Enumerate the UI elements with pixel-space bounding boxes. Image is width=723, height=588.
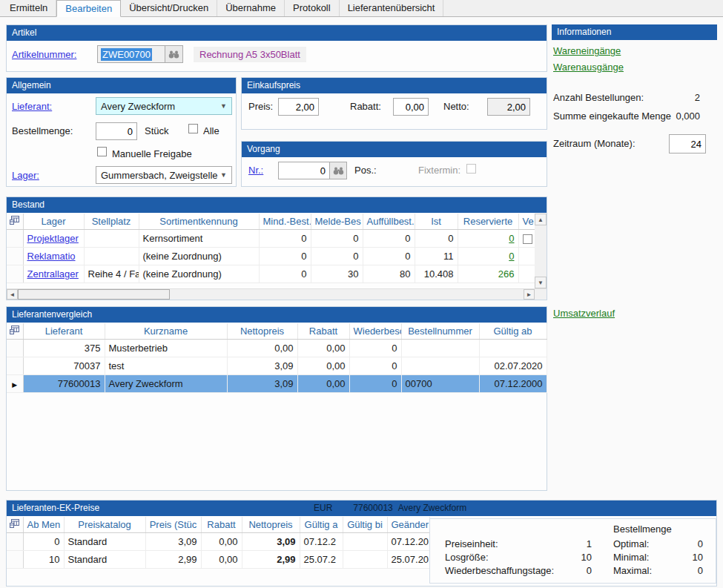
bestand-col-auffuellbest[interactable]: Auffüllbest. [363, 214, 415, 230]
ek-details-panel: Bestellmenge Preiseinheit: 1 Losgröße: 1… [429, 518, 716, 584]
lv-col-kurzname[interactable]: Kurzname [105, 323, 227, 340]
alle-checkbox[interactable] [188, 124, 198, 133]
vorgang-nr-input[interactable] [278, 162, 330, 179]
wiederbesch-cell: 0 [349, 357, 401, 375]
bestand-row[interactable]: Zentrallager Reihe 4 / Fa (keine Zuordnu… [7, 265, 535, 283]
ek-col-preis[interactable]: Preis (Stüc [145, 517, 201, 533]
lieferantenvergleich-section-title: Lieferantenvergleich [7, 307, 547, 323]
scroll-up-icon[interactable]: ▲ [535, 214, 547, 225]
scroll-right-icon[interactable]: ► [524, 289, 535, 300]
zeitraum-input[interactable] [669, 134, 706, 153]
ek-col-nettopreis[interactable]: Nettopreis [242, 517, 300, 533]
auffuell-cell: 80 [363, 265, 415, 283]
wareneingaenge-link[interactable]: Wareneingänge [553, 45, 621, 56]
fixtermin-checkbox [466, 164, 476, 174]
lv-col-nettopreis[interactable]: Nettopreis [227, 323, 297, 340]
lv-col-bestellnummer[interactable]: Bestellnummer [401, 323, 479, 340]
bestellmenge-input[interactable] [96, 122, 137, 140]
reserviert-cell-link[interactable]: 0 [509, 233, 514, 244]
umsatzverlauf-link[interactable]: Umsatzverlauf [553, 308, 615, 319]
ab-menge-cell: 0 [23, 533, 64, 551]
column-chooser-icon[interactable] [7, 214, 23, 230]
maximal-value: 0 [667, 565, 703, 576]
tab-uebersicht-drucken[interactable]: Übersicht/Drucken [121, 0, 217, 16]
lieferant-row[interactable]: 375 Musterbetrieb 0,00 0,00 0 [7, 340, 547, 357]
preis-input[interactable] [278, 98, 319, 116]
ist-cell: 10.408 [415, 265, 458, 283]
geaendert-cell: 25.07.20 [387, 551, 429, 569]
ist-cell: 0 [415, 230, 458, 248]
wiederbeschaffungstage-value: 0 [556, 565, 592, 576]
tab-lieferantenuebersicht[interactable]: Lieferantenübersicht [340, 0, 444, 16]
artikelnummer-selected-text: ZWE00700 [101, 48, 152, 61]
ek-col-preiskatalog[interactable]: Preiskatalog [64, 517, 145, 533]
tab-bearbeiten[interactable]: Bearbeiten [56, 0, 121, 17]
preis-cell: 2,99 [145, 551, 201, 569]
scrollbar-thumb[interactable] [18, 289, 170, 300]
artikelnummer-input[interactable]: ZWE00700 [97, 45, 165, 63]
rabatt-input[interactable] [393, 98, 429, 116]
column-chooser-icon[interactable] [7, 323, 23, 340]
bestand-col-mindbest[interactable]: Mind.-Best. [259, 214, 311, 230]
lv-col-gueltig-ab[interactable]: Gültig ab [479, 323, 547, 340]
bestand-col-stellplatz[interactable]: Stellplatz [84, 214, 139, 230]
bestand-col-meldebest[interactable]: Melde-Bes [311, 214, 363, 230]
vorgang-section-title: Vorgang [242, 142, 547, 157]
einkaufspreis-section: Einkaufspreis Preis: Rabatt: Netto: [241, 77, 547, 130]
lv-col-wiederbesc[interactable]: Wiederbesc [349, 323, 401, 340]
lv-col-rabatt[interactable]: Rabatt [297, 323, 349, 340]
lieferant-link[interactable]: Lieferant: [12, 101, 52, 112]
allgemein-section: Allgemein Lieferant: Avery Zweckform ▼ B… [6, 77, 237, 187]
ek-col-rabatt[interactable]: Rabatt [201, 517, 242, 533]
bestand-col-lager[interactable]: Lager [23, 214, 84, 230]
reserviert-cell-link[interactable]: 0 [509, 251, 514, 262]
column-chooser-icon[interactable] [7, 517, 23, 533]
lieferant-row[interactable]: 70037 test 3,09 0,00 0 02.07.2020 [7, 357, 547, 375]
allgemein-section-title: Allgemein [7, 78, 236, 93]
lager-cell-link[interactable]: Projektlager [27, 233, 79, 244]
lager-cell-link[interactable]: Reklamatio [27, 251, 76, 262]
preiseinheit-value: 1 [556, 538, 592, 549]
tab-uebernahme[interactable]: Übernahme [217, 0, 285, 16]
ek-preis-row[interactable]: 0 Standard 3,09 0,00 3,09 07.12.2 07.12.… [7, 533, 429, 551]
ek-col-geaendert[interactable]: Geänder [387, 517, 429, 533]
mind-cell: 0 [259, 230, 311, 248]
lieferant-cell: 77600013 [23, 375, 105, 393]
bestand-row[interactable]: Projektlager Kernsortiment 0 0 0 0 0 [7, 230, 535, 248]
bestand-row[interactable]: Reklamatio (keine Zuordnung) 0 0 0 11 0 [7, 248, 535, 265]
ek-col-ab-menge[interactable]: Ab Men [23, 517, 64, 533]
tab-ermitteln[interactable]: Ermitteln [1, 0, 56, 16]
ek-col-gueltig-ab[interactable]: Gültig a [300, 517, 343, 533]
tab-protokoll[interactable]: Protokoll [285, 0, 340, 16]
artikelnummer-link[interactable]: Artikelnummer: [12, 49, 76, 60]
bestand-col-ve[interactable]: Ve [518, 214, 535, 230]
ek-preis-row[interactable]: 10 Standard 2,99 0,00 2,99 25.07.2 25.07… [7, 551, 429, 569]
bestand-horizontal-scrollbar[interactable]: ◄ ► [7, 288, 547, 300]
lager-cell-link[interactable]: Zentrallager [27, 268, 79, 280]
ek-preise-section-title: Lieferanten-EK-Preise [12, 503, 99, 513]
lieferant-combobox[interactable]: Avery Zweckform ▼ [96, 97, 232, 115]
warenausgaenge-link[interactable]: Warenausgänge [553, 62, 624, 73]
scroll-down-icon[interactable]: ▼ [535, 277, 547, 288]
lv-col-lieferant[interactable]: Lieferant [23, 323, 105, 340]
lager-link[interactable]: Lager: [12, 170, 39, 181]
binoculars-icon [333, 166, 344, 175]
bestand-vertical-scrollbar[interactable]: ▲ ▼ [535, 214, 547, 288]
bestand-section-title: Bestand [7, 197, 547, 213]
bestand-col-ist[interactable]: Ist [415, 214, 458, 230]
lager-combobox[interactable]: Gummersbach, Zweigstelle ▼ [96, 166, 232, 184]
lieferant-value: Avery Zweckform [101, 101, 175, 112]
pos-label: Pos.: [354, 165, 377, 176]
vorgang-search-button[interactable] [329, 162, 347, 179]
manuelle-freigabe-checkbox[interactable] [97, 147, 107, 156]
artikelnummer-search-button[interactable] [165, 45, 183, 63]
ek-col-gueltig-bis[interactable]: Gültig bi [343, 517, 387, 533]
scroll-left-icon[interactable]: ◄ [7, 289, 18, 300]
ek-lieferant-name: Avery Zweckform [398, 501, 466, 516]
ve-checkbox[interactable] [523, 234, 532, 244]
lieferant-cell: 70037 [23, 357, 105, 375]
vorgang-nr-link[interactable]: Nr.: [248, 165, 263, 176]
bestand-col-sortimentkennung[interactable]: Sortimentkennung [139, 214, 259, 230]
bestand-col-reservierte[interactable]: Reservierte [458, 214, 518, 230]
lieferant-row-selected[interactable]: ▶ 77600013 Avery Zweckform 3,09 0,00 0 0… [7, 375, 547, 393]
